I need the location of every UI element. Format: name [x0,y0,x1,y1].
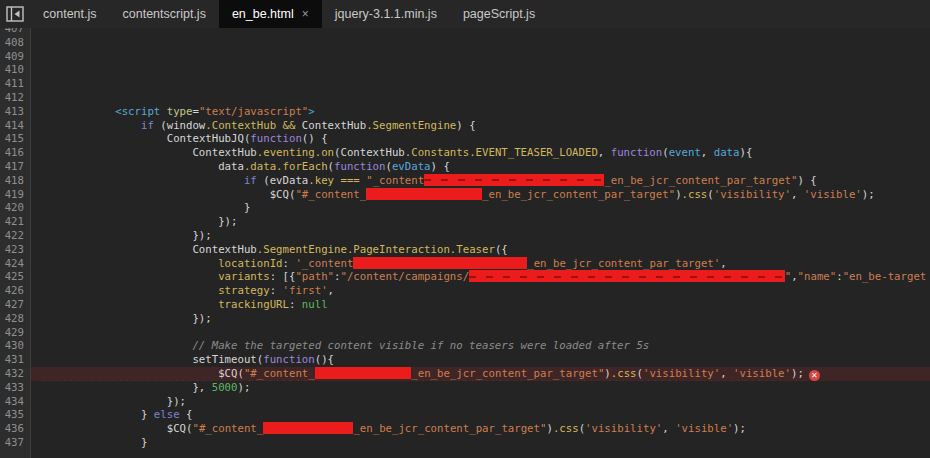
code-text: }, 5000); [31,381,930,395]
code-text: locationId: '_content_en_be_jcr_content_… [31,257,930,271]
code-line[interactable]: 410 [0,63,930,77]
code-line[interactable]: 413 <script type="text/javascript"> [0,105,930,119]
close-tab-icon[interactable]: × [302,8,309,20]
line-number: 412 [0,91,31,105]
tab-content-js[interactable]: content.js [30,0,110,28]
line-number: 410 [0,63,31,77]
line-number: 437 [0,436,31,450]
code-text: trackingURL: null [31,298,930,312]
tab-label: pageScript.js [463,7,535,21]
line-number: 432 [0,367,31,381]
code-line[interactable]: 425 variants: [{"path":"/content/campaig… [0,270,930,284]
code-text: variants: [{"path":"/content/campaigns/"… [31,270,930,284]
code-text: $CQ("#_content__en_be_jcr_content_par_ta… [31,422,930,436]
code-line[interactable]: 421 }); [0,215,930,229]
toggle-sidebar-icon[interactable] [0,0,30,28]
code-line[interactable]: 432 $CQ("#_content__en_be_jcr_content_pa… [0,367,930,381]
tab-contentscript-js[interactable]: contentscript.js [110,0,219,28]
line-number: 436 [0,422,31,436]
code-text: }); [31,215,930,229]
line-number: 423 [0,243,31,257]
code-text [31,326,930,340]
code-line[interactable]: 426 strategy: 'first', [0,284,930,298]
code-line[interactable]: 418 if (evData.key === "_content_en_be_j… [0,174,930,188]
code-text: strategy: 'first', [31,284,930,298]
tab-en-be-html[interactable]: en_be.html × [219,0,322,28]
code-area: 407408409410411412413 <script type="text… [0,28,930,450]
tab-pagescript-js[interactable]: pageScript.js [450,0,548,28]
redaction-box [263,422,353,434]
code-line[interactable]: 430 // Make the targeted content visible… [0,339,930,353]
code-line[interactable]: 422 }); [0,229,930,243]
code-line[interactable]: 429 [0,326,930,340]
tab-label: content.js [43,7,97,21]
code-text [31,91,930,105]
line-number: 409 [0,50,31,64]
line-number: 430 [0,339,31,353]
code-line[interactable]: 416 ContextHub.eventing.on(ContextHub.Co… [0,146,930,160]
code-line[interactable]: 424 locationId: '_content_en_be_jcr_cont… [0,257,930,271]
code-line[interactable]: 434 }); [0,395,930,409]
code-line[interactable]: 408 [0,36,930,50]
line-number: 421 [0,215,31,229]
code-text: setTimeout(function(){ [31,353,930,367]
line-number: 434 [0,395,31,409]
line-number: 411 [0,77,31,91]
code-text [31,63,930,77]
code-line[interactable]: 407 [0,28,930,36]
line-number: 424 [0,257,31,271]
code-text: }); [31,229,930,243]
code-text [31,36,930,50]
line-number: 408 [0,36,31,50]
line-number: 431 [0,353,31,367]
code-line[interactable]: 409 [0,50,930,64]
tab-label: contentscript.js [123,7,206,21]
tab-jquery-min-js[interactable]: jquery-3.1.1.min.js [322,0,450,28]
code-line[interactable]: 419 $CQ("#_content__en_be_jcr_content_pa… [0,188,930,202]
code-line[interactable]: 435 } else { [0,408,930,422]
code-text: ContextHub.eventing.on(ContextHub.Consta… [31,146,930,160]
code-text: }); [31,395,930,409]
code-line[interactable]: 423 ContextHub.SegmentEngine.PageInterac… [0,243,930,257]
line-number: 426 [0,284,31,298]
code-text: } [31,201,930,215]
code-line[interactable]: 431 setTimeout(function(){ [0,353,930,367]
code-line[interactable]: 414 if (window.ContextHub && ContextHub.… [0,119,930,133]
redaction-box [424,174,604,186]
code-line[interactable]: 433 }, 5000); [0,381,930,395]
code-line[interactable]: 420 } [0,201,930,215]
code-text [31,28,930,36]
redaction-box [366,188,482,200]
code-line[interactable]: 415 ContextHubJQ(function() { [0,132,930,146]
tab-label: en_be.html [232,7,294,21]
code-text: }); [31,312,930,326]
code-line[interactable]: 437 } [0,436,930,450]
code-line[interactable]: 412 [0,91,930,105]
code-text: // Make the targeted content visible if … [31,339,930,353]
code-line[interactable]: 428 }); [0,312,930,326]
code-text: } else { [31,408,930,422]
line-number: 435 [0,408,31,422]
line-number: 407 [0,28,31,36]
line-number: 417 [0,160,31,174]
code-text [31,77,930,91]
redaction-box [469,270,785,282]
line-number: 418 [0,174,31,188]
code-line[interactable]: 436 $CQ("#_content__en_be_jcr_content_pa… [0,422,930,436]
line-number: 429 [0,326,31,340]
code-text: ContextHubJQ(function() { [31,132,930,146]
code-text: $CQ("#_content__en_be_jcr_content_par_ta… [31,188,930,202]
code-line[interactable]: 411 [0,77,930,91]
code-editor[interactable]: 407408409410411412413 <script type="text… [0,28,930,458]
code-text: data.data.forEach(function(evData) { [31,160,930,174]
code-line[interactable]: 417 data.data.forEach(function(evData) { [0,160,930,174]
line-number: 413 [0,105,31,119]
line-number: 427 [0,298,31,312]
code-line[interactable]: 427 trackingURL: null [0,298,930,312]
line-number: 422 [0,229,31,243]
error-icon: ✕ [809,370,820,380]
code-text: } [31,436,930,450]
code-text: if (window.ContextHub && ContextHub.Segm… [31,119,930,133]
line-number: 415 [0,132,31,146]
line-number: 425 [0,270,31,284]
